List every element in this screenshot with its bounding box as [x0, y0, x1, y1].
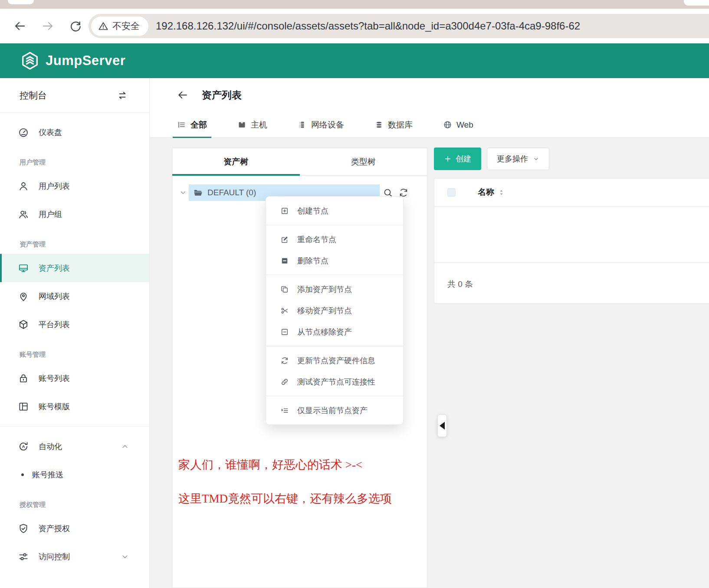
table-empty-body — [434, 207, 709, 263]
chevron-down-icon — [121, 552, 129, 561]
sidebar-item-label: 自动化 — [39, 441, 62, 452]
sidebar-item-domain-list[interactable]: 网域列表 — [0, 282, 149, 310]
list-icon — [177, 120, 186, 129]
copy-icon — [280, 285, 289, 294]
host-icon — [237, 120, 246, 129]
annotation-note-1: 家人们，谁懂啊，好恶心的话术 >-< — [178, 457, 392, 473]
browser-reload-icon[interactable] — [69, 19, 82, 33]
column-header-name[interactable]: 名称 — [478, 187, 505, 198]
create-button-label: 创建 — [456, 154, 471, 164]
tab-web[interactable]: Web — [439, 112, 478, 138]
browser-forward-icon[interactable] — [41, 19, 55, 33]
node-context-menu: 创建节点 重命名节点 删除节点 添加资产到节点 移动资产到节点 从节点移除资产 … — [266, 196, 404, 425]
table-actions: 创建 更多操作 — [434, 148, 549, 170]
more-actions-label: 更多操作 — [497, 154, 528, 164]
menu-divider — [266, 346, 403, 346]
tab-all[interactable]: 全部 — [173, 112, 211, 138]
sidebar-nav: 仪表盘 用户管理 用户列表 用户组 资产管理 资产列表 网域列表 平台列表 账号… — [0, 113, 149, 571]
tree-tab-type-tree[interactable]: 类型树 — [300, 148, 427, 175]
more-actions-button[interactable]: 更多操作 — [487, 148, 549, 170]
tab-label: Web — [456, 120, 473, 130]
browser-back-icon[interactable] — [13, 19, 27, 33]
browser-tabstrip — [0, 0, 709, 9]
sidebar-item-label: 用户列表 — [39, 181, 70, 191]
svg-text:A: A — [22, 444, 25, 449]
brand-name: JumpServer — [46, 53, 125, 69]
sidebar-item-platform-list[interactable]: 平台列表 — [0, 310, 149, 338]
menu-item-add-assets-to-node[interactable]: 添加资产到节点 — [266, 279, 403, 300]
menu-item-label: 添加资产到节点 — [297, 284, 352, 295]
menu-item-label: 仅显示当前节点资产 — [297, 405, 368, 416]
menu-item-test-node-connectivity[interactable]: 测试资产节点可连接性 — [266, 371, 403, 392]
menu-item-show-current-node-assets-only[interactable]: 仅显示当前节点资产 — [266, 400, 403, 421]
sidebar-item-access-control[interactable]: 访问控制 — [0, 542, 149, 571]
browser-tab-fragment-right[interactable] — [684, 0, 709, 6]
chevron-up-icon — [121, 442, 129, 451]
sidebar-item-asset-list[interactable]: 资产列表 — [0, 254, 149, 282]
screen: 不安全 192.168.126.132/ui/#/console/assets/… — [0, 0, 709, 588]
cube-icon — [18, 319, 29, 330]
pin-icon — [18, 291, 29, 302]
monitor-icon — [18, 263, 29, 274]
address-bar[interactable]: 不安全 192.168.126.132/ui/#/console/assets/… — [89, 14, 709, 38]
annotation-notes: 家人们，谁懂啊，好恶心的话术 >-< 这里TMD竟然可以右键，还有辣么多选项 — [178, 457, 392, 525]
tab-network-device[interactable]: 网络设备 — [293, 112, 348, 138]
browser-tab-fragment[interactable] — [8, 0, 34, 4]
menu-item-label: 更新节点资产硬件信息 — [297, 355, 375, 366]
sidebar-item-account-template[interactable]: 账号模版 — [0, 392, 149, 420]
main-header: 资产列表 — [150, 78, 709, 112]
menu-divider — [266, 225, 403, 225]
tree-tab-asset-tree[interactable]: 资产树 — [172, 148, 300, 175]
tab-database[interactable]: 数据库 — [370, 112, 417, 138]
sidebar-item-account-list[interactable]: 账号列表 — [0, 364, 149, 392]
menu-divider — [266, 396, 403, 396]
bullet-icon — [21, 473, 24, 476]
plus-icon — [444, 155, 452, 163]
site-security-chip[interactable]: 不安全 — [91, 16, 148, 36]
panel-collapse-handle[interactable] — [437, 414, 447, 437]
link-icon — [280, 378, 289, 386]
tab-host[interactable]: 主机 — [233, 112, 272, 138]
menu-item-delete-node[interactable]: 删除节点 — [266, 250, 403, 271]
url-text[interactable]: 192.168.126.132/ui/#/console/assets/asse… — [156, 20, 580, 32]
automation-icon: A — [18, 441, 29, 452]
tree-expand-icon[interactable] — [179, 189, 187, 197]
menu-item-rename-node[interactable]: 重命名节点 — [266, 229, 403, 250]
sidebar-header: 控制台 — [0, 78, 149, 113]
chevron-down-icon — [533, 156, 539, 162]
sidebar-item-label: 资产列表 — [39, 263, 70, 273]
sidebar-subitem-account-push[interactable]: 账号推送 — [0, 460, 149, 489]
sidebar-item-label: 仪表盘 — [39, 127, 62, 138]
scissors-icon — [280, 306, 289, 315]
database-icon — [374, 120, 384, 129]
tab-label: 主机 — [251, 119, 267, 131]
plus-square-icon — [280, 207, 289, 215]
security-label: 不安全 — [112, 20, 140, 32]
table-header-row: 名称 — [434, 178, 709, 207]
sidebar-item-label: 网域列表 — [39, 291, 70, 302]
tab-label: 数据库 — [388, 119, 413, 131]
sidebar-item-user-list[interactable]: 用户列表 — [0, 172, 149, 200]
app-header: JumpServer — [0, 43, 709, 78]
switch-view-icon[interactable] — [116, 89, 128, 102]
menu-item-move-assets-to-node[interactable]: 移动资产到节点 — [266, 300, 403, 321]
total-count-label: 共 0 条 — [447, 279, 473, 289]
sidebar-item-automation[interactable]: A 自动化 — [0, 432, 149, 460]
menu-item-update-node-hardware-info[interactable]: 更新节点资产硬件信息 — [266, 350, 403, 371]
menu-item-label: 移动资产到节点 — [297, 305, 352, 316]
sidebar-item-user-group[interactable]: 用户组 — [0, 200, 149, 228]
menu-item-remove-assets-from-node[interactable]: 从节点移除资产 — [266, 321, 403, 342]
select-all-checkbox[interactable] — [447, 188, 456, 197]
menu-item-create-node[interactable]: 创建节点 — [266, 200, 403, 221]
lock-icon — [18, 373, 29, 384]
assets-table: 名称 共 0 条 — [434, 178, 709, 304]
sidebar-section-user-management: 用户管理 — [0, 146, 149, 172]
sort-icon[interactable] — [498, 189, 505, 196]
tab-label: 网络设备 — [311, 119, 344, 131]
globe-icon — [443, 120, 452, 129]
sidebar-item-dashboard[interactable]: 仪表盘 — [0, 118, 149, 146]
menu-item-label: 删除节点 — [297, 256, 328, 266]
create-button[interactable]: 创建 — [434, 148, 481, 170]
sidebar-item-asset-permission[interactable]: 资产授权 — [0, 514, 149, 542]
page-back-icon[interactable] — [177, 89, 189, 101]
